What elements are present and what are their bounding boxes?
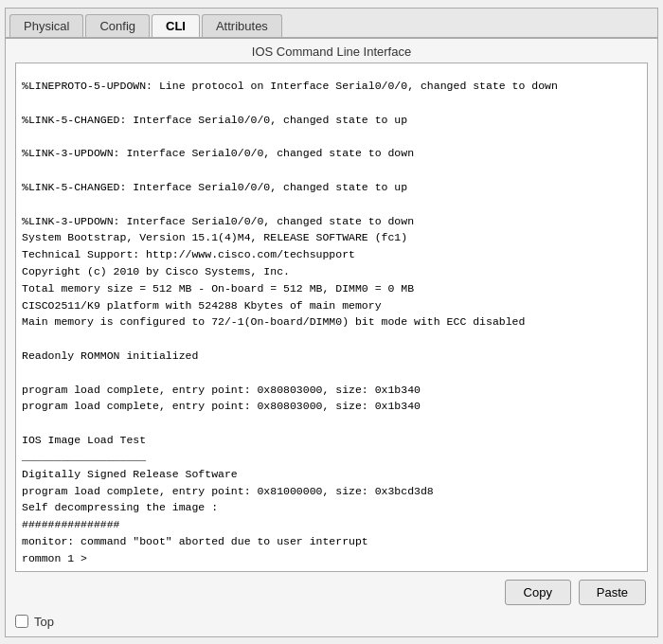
footer-bar: Top: [6, 613, 657, 636]
tab-bar: Physical Config CLI Attributes: [6, 9, 657, 39]
tab-attributes[interactable]: Attributes: [202, 14, 282, 37]
paste-button[interactable]: Paste: [579, 580, 646, 605]
bottom-bar: Copy Paste: [6, 572, 657, 613]
cli-area-wrapper: %LINEPROTO-5-UPDOWN: Line protocol on In…: [15, 63, 648, 572]
copy-button[interactable]: Copy: [505, 580, 571, 605]
tab-cli[interactable]: CLI: [152, 14, 200, 39]
top-checkbox[interactable]: [15, 615, 28, 628]
main-window: Physical Config CLI Attributes IOS Comma…: [5, 8, 658, 637]
top-checkbox-label[interactable]: Top: [34, 615, 54, 629]
cli-output[interactable]: %LINEPROTO-5-UPDOWN: Line protocol on In…: [16, 63, 647, 571]
tab-config[interactable]: Config: [85, 14, 150, 37]
tab-physical[interactable]: Physical: [9, 14, 83, 37]
panel-title: IOS Command Line Interface: [6, 39, 657, 63]
